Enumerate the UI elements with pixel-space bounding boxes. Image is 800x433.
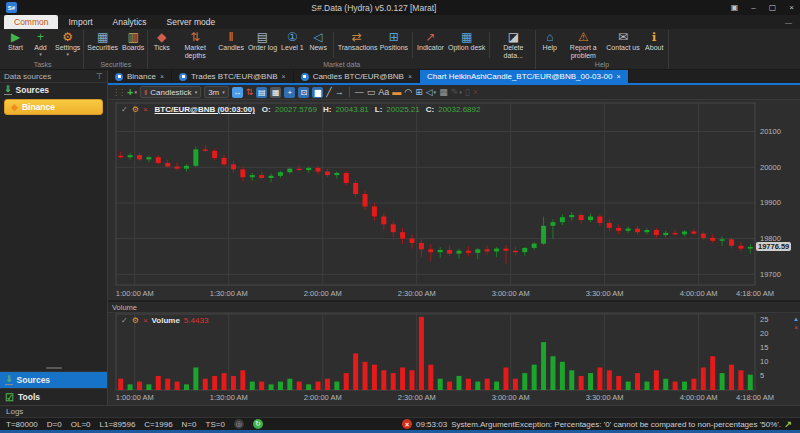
layout-icon[interactable]: ▦ [270,87,281,98]
draw-arrow-icon[interactable]: → [335,87,344,98]
volume-legend: ✓⚙×Volume5.4433 [121,316,210,325]
page-icon[interactable]: ▯ [465,87,470,98]
pin-icon[interactable]: ⊤ [96,72,103,81]
line-width-icon[interactable]: — [355,87,364,98]
market-depths-button[interactable]: ⇅Market depths [174,30,216,60]
ticks-button[interactable]: ◆Ticks [149,30,174,60]
series-settings-gear-icon[interactable]: ⚙ [132,316,139,325]
price-chart-pane: 19700198001990020000201001:00:00 AM1:30:… [108,100,800,300]
series-visible-check-icon[interactable]: ✓ [121,105,128,114]
positions-button[interactable]: ⊞Positions [378,30,410,60]
status-circle-icon[interactable]: ◎ [234,419,244,429]
dropdown-arrow-icon: ▾ [434,87,437,98]
dropdown-arrow-icon: ▾ [39,52,42,57]
binance-source-button[interactable]: ◆ Binance [4,99,103,115]
tab-chart[interactable]: Chart HeikinAshiCandle_BTC/EUR@BNB_00-03… [420,70,629,83]
transactions-icon: ⇄ [352,31,362,44]
crosshair-icon[interactable]: + [284,87,295,98]
order-log-button[interactable]: ▤Order log [246,30,279,60]
maximize-icon[interactable]: ▢ [769,3,777,12]
option-desk-button[interactable]: ▦Option desk [446,30,487,60]
options-icon[interactable]: ▣ [731,3,739,12]
fit-width-icon[interactable]: ↔ [232,87,243,98]
status-counter: TS=0 [206,420,225,429]
price-chart-canvas[interactable]: 19700198001990020000201001:00:00 AM1:30:… [108,100,800,300]
tab-close-icon[interactable]: × [617,73,621,80]
sources-tree-item[interactable]: ⇓ Sources [0,83,107,96]
auto-scale-icon[interactable]: ⇅ [246,87,254,98]
pane-close-icon[interactable]: × [794,324,798,331]
delete-data-button[interactable]: ◪Delete data... [492,30,534,60]
histogram-icon[interactable]: ▆ [312,87,323,98]
grid-icon[interactable]: ▦ [439,87,448,98]
x-axis-label: 4:00:00 AM [680,289,718,298]
sidebar-item-tools[interactable]: ☑Tools [0,388,107,405]
tab-candles[interactable]: Candles BTC/EUR@BNB× [294,70,420,83]
contact-us-button[interactable]: ✉Contact us [604,30,641,60]
help-button[interactable]: ⌂Help [537,30,562,60]
add-indicator-button[interactable]: +▾ [127,87,137,98]
pane-up-icon[interactable]: ▴ [794,315,798,323]
share-icon[interactable]: ◁▾ [426,87,436,98]
x-axis-label: 1:30:00 AM [210,393,248,402]
x-axis-label: 2:30:00 AM [398,393,436,402]
series-remove-icon[interactable]: × [143,105,148,114]
about-button[interactable]: ℹAbout [642,30,667,60]
level1-button[interactable]: ①Level 1 [279,30,306,60]
logs-panel[interactable]: Logs [0,405,800,417]
settings-button[interactable]: ⚙Settings▾ [53,30,82,60]
volume-chart-canvas[interactable]: 1:00:00 AM1:30:00 AM2:00:00 AM2:30:00 AM… [108,302,800,405]
candles-button[interactable]: ‖Candles [216,30,246,60]
tab-close-icon[interactable]: × [160,73,164,80]
tooltip-icon[interactable]: ⊡ [298,87,309,98]
ribbon-group-securities: ▦Securities▥BoardsSecurities [84,30,148,69]
delete-icon[interactable]: × [473,87,478,98]
tab-close-icon[interactable]: × [408,73,412,80]
tab-binance[interactable]: Binance× [108,70,172,83]
rectangle-tool-icon[interactable]: ▭ [367,87,376,98]
text-tool-icon[interactable]: Aa [378,87,389,98]
indicator-button[interactable]: ↗Indicator [415,30,446,60]
add-button[interactable]: +Add▾ [28,30,53,60]
y-axis-label: 20 [760,329,768,338]
close-icon[interactable]: × [789,3,794,12]
securities-button[interactable]: ▦Securities [85,30,120,60]
tab-trades[interactable]: Trades BTC/EUR@BNB× [172,70,294,83]
ribbon-separator [412,32,413,58]
series-remove-icon[interactable]: × [143,316,148,325]
series-settings-gear-icon[interactable]: ⚙ [132,105,139,114]
chart-type-select[interactable]: ‖Candlestick▾ [140,86,201,98]
timeframe-select[interactable]: 3m▾ [204,86,229,98]
export-log-icon[interactable]: ↗ [784,419,792,429]
ribbon-collapse-icon[interactable]: — [785,15,792,29]
status-counter: T=80000 [6,420,38,429]
transactions-button[interactable]: ⇄Transactions [336,30,378,60]
main-row: Data sources ⊤ ⇓ Sources ◆ Binance ⇓Sour… [0,70,800,405]
boards-button[interactable]: ▥Boards [120,30,146,60]
minimize-icon[interactable]: – [751,3,755,12]
start-button[interactable]: ▶Start [3,30,28,60]
volume-series-label: Volume [152,316,180,325]
panes-icon[interactable]: ▤ [256,87,267,98]
arc-tool-icon[interactable]: ◠ [404,87,412,98]
ribbon-tab-common[interactable]: Common [4,15,58,29]
ribbon-tab-import[interactable]: Import [58,15,102,29]
color-icon[interactable]: ▬ [392,87,401,98]
toolbar-grip[interactable]: ⋮⋮ [112,88,124,97]
dropdown-arrow-icon: ▾ [222,89,225,95]
sidebar-item-sources[interactable]: ⇓Sources [0,371,107,388]
tab-close-icon[interactable]: × [282,73,286,80]
chart-type-select-icon: ‖ [144,88,147,97]
ribbon-tab-analytics[interactable]: Analytics [103,15,157,29]
ribbon-tab-server-mode[interactable]: Server mode [157,15,226,29]
status-refresh-icon[interactable]: ↻ [253,419,263,429]
draw-line-icon[interactable]: ╱ [326,87,331,98]
report-problem-button[interactable]: ⚠Report a problem [562,30,604,60]
volume-series-value: 5.4433 [184,316,208,325]
title-bar: S# S#.Data (Hydra) v5.0.127 [Marat] ▣–▢× [0,0,800,15]
series-visible-check-icon[interactable]: ✓ [121,316,128,325]
edit-icon[interactable]: ✎▾ [451,87,462,98]
news-button[interactable]: ◁News [306,30,331,60]
tab-label: Binance [127,72,156,81]
bring-forward-icon[interactable]: ⊞ [415,87,423,98]
